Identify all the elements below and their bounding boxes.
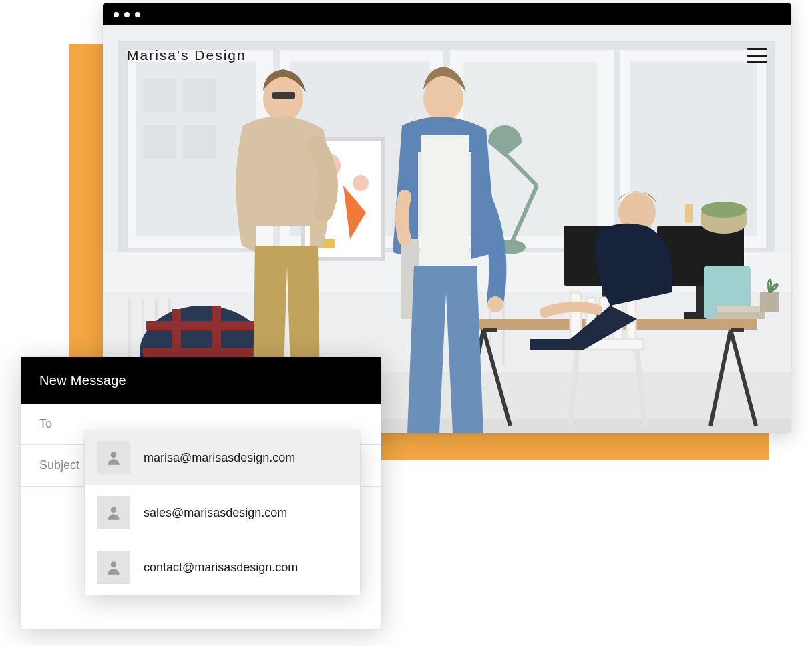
recipient-autocomplete: marisa@marisasdesign.com sales@marisasde… — [85, 430, 360, 595]
svg-point-54 — [701, 202, 747, 218]
contact-avatar-icon — [97, 551, 130, 584]
contact-avatar-icon — [97, 496, 130, 529]
autocomplete-email: sales@marisasdesign.com — [144, 506, 287, 520]
autocomplete-item[interactable]: sales@marisasdesign.com — [85, 485, 360, 540]
autocomplete-item[interactable]: contact@marisasdesign.com — [85, 540, 360, 595]
site-header: Marisa's Design — [103, 25, 791, 85]
site-title: Marisa's Design — [127, 47, 246, 63]
subject-label: Subject — [39, 458, 79, 472]
autocomplete-email: marisa@marisasdesign.com — [144, 451, 295, 465]
svg-point-73 — [111, 561, 117, 567]
svg-rect-66 — [272, 92, 295, 99]
autocomplete-item[interactable]: marisa@marisasdesign.com — [85, 430, 360, 485]
window-dot-1[interactable] — [114, 12, 119, 17]
autocomplete-email: contact@marisasdesign.com — [144, 561, 298, 575]
svg-rect-49 — [717, 306, 764, 312]
hamburger-menu-button[interactable] — [747, 48, 767, 63]
svg-rect-68 — [421, 135, 469, 268]
window-dot-2[interactable] — [124, 12, 130, 17]
svg-rect-55 — [685, 204, 693, 223]
svg-rect-43 — [696, 286, 705, 312]
svg-rect-50 — [716, 312, 765, 319]
svg-point-72 — [111, 507, 117, 513]
compose-header: New Message — [21, 357, 381, 404]
svg-point-70 — [487, 296, 503, 312]
svg-point-36 — [353, 175, 369, 191]
contact-avatar-icon — [97, 441, 130, 474]
to-label: To — [39, 417, 52, 431]
window-dot-3[interactable] — [135, 12, 140, 17]
compose-title: New Message — [39, 373, 126, 388]
svg-rect-13 — [183, 125, 216, 159]
svg-rect-12 — [143, 125, 176, 159]
hamburger-icon — [747, 48, 767, 50]
browser-titlebar — [103, 3, 791, 25]
svg-point-71 — [111, 452, 117, 458]
svg-rect-51 — [760, 292, 779, 312]
